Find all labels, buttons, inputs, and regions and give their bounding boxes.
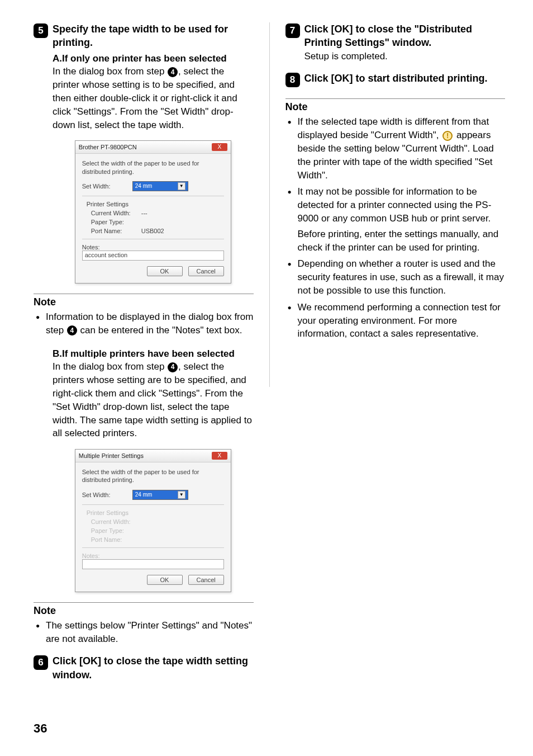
step-number-7: 7 (285, 23, 300, 38)
current-width-label: Current Width: (91, 210, 141, 216)
dialog-multiple-printers: Multiple Printer Settings X Select the w… (75, 449, 231, 592)
set-width-label: Set Width: (82, 492, 132, 498)
step-number-6: 6 (34, 655, 48, 670)
dialog2-title: Multiple Printer Settings (79, 452, 144, 459)
dialog1-title: Brother PT-9800PCN (79, 144, 137, 150)
section-a-body: In the dialog box from step 4, select th… (53, 65, 254, 131)
set-width-label: Set Width: (82, 183, 132, 190)
port-name-label: Port Name: (91, 228, 141, 234)
step-5: 5 Specify the tape width to be used for … (34, 22, 254, 131)
close-icon[interactable]: X (212, 452, 227, 460)
paper-type-label-disabled: Paper Type: (91, 527, 141, 534)
step-ref-4-icon: 4 (67, 325, 77, 336)
note-right-item-3: Depending on whether a router is used an… (288, 257, 506, 297)
step-8: 8 Click [OK] to start distributed printi… (285, 72, 506, 87)
notes-label: Notes: (82, 244, 132, 251)
section-a-heading: A.If only one printer has been selected (53, 52, 254, 65)
note-2-title: Note (34, 605, 254, 617)
dialog2-instruction: Select the width of the paper to be used… (82, 468, 224, 484)
ok-button[interactable]: OK (147, 575, 183, 585)
note-right-item-4: We recommend performing a connection tes… (288, 301, 506, 341)
printer-settings-label: Printer Settings (87, 201, 224, 207)
step-7-body: Setup is completed. (304, 50, 506, 63)
cancel-button[interactable]: Cancel (188, 575, 224, 585)
paper-type-label: Paper Type: (91, 219, 141, 225)
ok-button[interactable]: OK (147, 266, 183, 276)
note-1-item: Information to be displayed in the dialo… (36, 310, 254, 337)
note-2-item: The settings below "Printer Settings" an… (36, 619, 254, 646)
set-width-dropdown[interactable]: 24 mm ▼ (132, 490, 188, 500)
dialog-single-printer: Brother PT-9800PCN X Select the width of… (75, 140, 231, 284)
note-right-item-1: If the selected tape width is different … (288, 115, 506, 182)
current-width-value: --- (141, 210, 147, 216)
dialog1-instruction: Select the width of the paper to be used… (82, 159, 224, 176)
port-name-label-disabled: Port Name: (91, 536, 141, 543)
page-number: 36 (34, 721, 47, 736)
notes-label-disabled: Notes: (82, 552, 132, 559)
notes-input[interactable]: account section (82, 251, 224, 261)
step-ref-4-icon: 4 (168, 67, 178, 77)
note-right: Note If the selected tape width is diffe… (285, 98, 506, 341)
step-7: 7 Click [OK] to close the "Distributed P… (285, 22, 506, 63)
note-1: Note Information to be displayed in the … (34, 294, 254, 337)
warning-icon: ! (442, 131, 453, 141)
notes-input-disabled (82, 559, 224, 569)
current-width-label-disabled: Current Width: (91, 518, 141, 525)
chevron-down-icon[interactable]: ▼ (178, 491, 185, 499)
step-6: 6 Click [OK] to close the tape width set… (34, 654, 254, 682)
step-ref-4-icon: 4 (168, 362, 178, 372)
port-name-value: USB002 (141, 228, 164, 234)
step-8-heading: Click [OK] to start distributed printing… (304, 72, 506, 85)
step-7-heading: Click [OK] to close the "Distributed Pri… (304, 22, 506, 50)
step-number-8: 8 (285, 73, 300, 87)
section-b-body: In the dialog box from step 4, select th… (53, 360, 254, 440)
note-1-title: Note (34, 296, 254, 308)
close-icon[interactable]: X (212, 143, 227, 151)
step-5-heading: Specify the tape width to be used for pr… (53, 22, 254, 50)
note-right-item-2: It may not be possible for information t… (288, 185, 506, 254)
note-right-title: Note (285, 101, 506, 113)
section-b-heading: B.If multiple printers have been selecte… (53, 347, 254, 361)
note-2: Note The settings below "Printer Setting… (34, 602, 254, 646)
step-number-5: 5 (34, 23, 48, 38)
printer-settings-label-disabled: Printer Settings (87, 509, 224, 516)
chevron-down-icon[interactable]: ▼ (178, 182, 185, 190)
cancel-button[interactable]: Cancel (188, 266, 224, 276)
step-6-heading: Click [OK] to close the tape width setti… (53, 654, 254, 682)
set-width-dropdown[interactable]: 24 mm ▼ (132, 181, 188, 191)
